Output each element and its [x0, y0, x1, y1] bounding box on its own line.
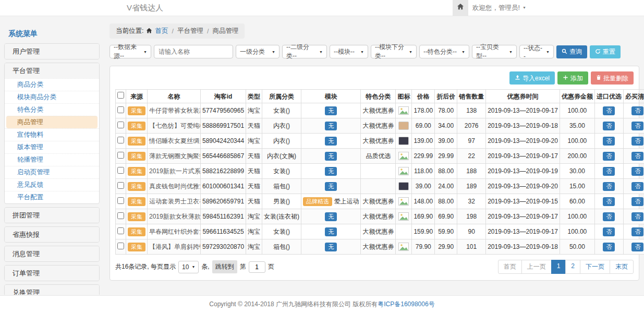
feature-category: 大额优惠券	[361, 209, 396, 224]
import-select-toggle[interactable]: 否	[603, 212, 615, 221]
import-select-toggle[interactable]: 否	[603, 106, 615, 115]
row-checkbox[interactable]	[117, 243, 124, 249]
must-buy-toggle[interactable]: 否	[631, 167, 643, 176]
import-excel-button[interactable]: 导入excel	[509, 71, 555, 85]
reset-button[interactable]: 重置	[590, 45, 621, 58]
sidebar-item[interactable]: 启动页管理	[5, 166, 99, 178]
filter-select-label: 一级分类	[240, 47, 265, 56]
import-select-toggle[interactable]: 否	[603, 122, 615, 130]
sidebar-item[interactable]: 商品分类	[5, 78, 99, 91]
module-badge: 无	[325, 243, 337, 251]
must-buy-toggle[interactable]: 否	[631, 106, 643, 115]
row-checkbox[interactable]	[117, 137, 124, 143]
product-name: 2019新款女秋薄款...	[148, 209, 201, 224]
filter-select-data-source[interactable]: --数据来源--▼	[110, 45, 151, 58]
import-select-toggle[interactable]: 否	[603, 152, 615, 161]
must-buy-toggle[interactable]: 否	[631, 227, 643, 236]
must-buy-cell: 否	[623, 194, 644, 209]
sidebar-item[interactable]: 轮播管理	[5, 153, 99, 166]
page-suffix: 页	[268, 262, 274, 271]
name-search-input[interactable]	[154, 45, 233, 58]
must-buy-toggle[interactable]: 否	[631, 152, 643, 161]
product-category: 男装()	[262, 194, 301, 209]
filter-select-level1[interactable]: 一级分类▼	[236, 45, 280, 58]
add-button[interactable]: 添加	[557, 71, 588, 85]
page-button-prev[interactable]: 上一页	[521, 260, 552, 274]
jump-page-input[interactable]	[249, 261, 265, 273]
sidebar-group-news[interactable]: 省惠快报	[5, 227, 99, 242]
must-buy-toggle[interactable]: 否	[631, 122, 643, 130]
sidebar-group-platform[interactable]: 平台管理	[5, 63, 99, 78]
jump-button[interactable]: 跳转到	[212, 260, 237, 273]
select-all-checkbox[interactable]	[117, 92, 124, 99]
filter-select-level2[interactable]: --二级分类--▼	[282, 45, 327, 58]
user-menu[interactable]: 欢迎您，管理员!	[472, 0, 526, 16]
filter-select-feature[interactable]: --特色分类--▼	[419, 45, 469, 58]
filter-select-label: --二级分类--	[286, 43, 317, 61]
sidebar-item[interactable]: 版本管理	[5, 141, 99, 153]
import-select-toggle[interactable]: 否	[603, 137, 615, 146]
filter-select-item-type[interactable]: --宝贝类型--▼	[472, 45, 517, 58]
filter-select-module-sub[interactable]: --模块下分类--▼	[371, 45, 417, 58]
sidebar-group-order[interactable]: 订单管理	[5, 266, 99, 281]
coupon-time: 2019-09-13—2019-09-19	[486, 164, 560, 179]
home-button[interactable]	[453, 0, 468, 16]
import-select-toggle[interactable]: 否	[603, 227, 615, 236]
row-checkbox[interactable]	[117, 106, 124, 113]
icon-cell	[396, 103, 412, 118]
row-checkbox[interactable]	[117, 152, 124, 159]
sidebar-group-message[interactable]: 消息管理	[5, 246, 99, 261]
must-buy-toggle[interactable]: 否	[631, 243, 643, 251]
page-button-p1[interactable]: 1	[551, 260, 566, 274]
page-button-first[interactable]: 首页	[498, 260, 522, 274]
icp-link[interactable]: 粤ICP备16098006号	[378, 300, 434, 309]
row-checkbox[interactable]	[117, 167, 124, 174]
table-row: 采集薄款无钢圈文胸聚拢性...565446685867天猫内衣(文胸)无品质优选…	[116, 149, 644, 164]
breadcrumb-home-link[interactable]: 首页	[155, 27, 168, 35]
row-checkbox[interactable]	[117, 182, 124, 189]
filter-select-status[interactable]: --状态--▼	[519, 45, 554, 58]
sidebar-item[interactable]: 意见反馈	[5, 178, 99, 191]
discount-price: 88.00	[435, 164, 457, 179]
sidebar-group-exchange[interactable]: 兑换管理	[5, 285, 99, 295]
page-button-p2[interactable]: 2	[565, 260, 580, 274]
sidebar-item[interactable]: 特色分类	[5, 103, 99, 116]
sidebar-group-user[interactable]: 用户管理	[5, 44, 99, 59]
per-page-select[interactable]: 10▼	[178, 261, 199, 273]
sidebar-group-groupbuy[interactable]: 拼团管理	[5, 208, 99, 223]
discount-price: 88.00	[435, 194, 457, 209]
filter-select-module[interactable]: --模块--▼	[330, 45, 368, 58]
import-select-toggle[interactable]: 否	[603, 243, 615, 251]
pagination-summary: 共16条记录, 每页显示 10▼ 条, 跳转到 第 页	[115, 260, 274, 273]
sidebar-item[interactable]: 模块商品分类	[5, 91, 99, 103]
product-type: 淘宝	[246, 134, 262, 149]
must-buy-cell: 否	[623, 118, 644, 134]
sidebar-item[interactable]: 宣传物料	[5, 128, 99, 141]
module-cell: 无	[301, 134, 361, 149]
import-select-toggle[interactable]: 否	[603, 167, 615, 176]
sidebar-item[interactable]: 平台配置	[5, 191, 99, 203]
import-select-toggle[interactable]: 否	[603, 197, 615, 206]
product-name: 薄款无钢圈文胸聚拢性...	[148, 149, 201, 164]
coupon-amount: 100.00	[560, 209, 594, 224]
batch-delete-button[interactable]: 批量删除	[591, 71, 634, 85]
row-checkbox[interactable]	[117, 212, 124, 219]
search-button[interactable]: 查询	[556, 45, 587, 58]
row-checkbox[interactable]	[117, 227, 124, 234]
row-checkbox[interactable]	[117, 122, 124, 128]
must-buy-toggle[interactable]: 否	[631, 182, 643, 191]
table-panel: 导入excel 添加 批量删除 来源名称淘客id类型所属分类模块特色分类图标价格…	[110, 66, 639, 281]
row-checkbox[interactable]	[117, 197, 124, 204]
must-buy-toggle[interactable]: 否	[631, 197, 643, 206]
page-button-last[interactable]: 末页	[610, 260, 634, 274]
sales-count: 188	[457, 164, 486, 179]
must-buy-toggle[interactable]: 否	[631, 212, 643, 221]
sidebar-item[interactable]: 商品管理	[6, 116, 98, 128]
coupon-amount: 35.00	[560, 118, 594, 134]
must-buy-toggle[interactable]: 否	[631, 137, 643, 146]
module-badge: 无	[325, 106, 337, 115]
module-cell: 品牌精选 爱上运动	[301, 194, 361, 209]
search-icon	[562, 49, 567, 55]
page-button-next[interactable]: 下一页	[580, 260, 610, 274]
import-select-toggle[interactable]: 否	[603, 182, 615, 191]
